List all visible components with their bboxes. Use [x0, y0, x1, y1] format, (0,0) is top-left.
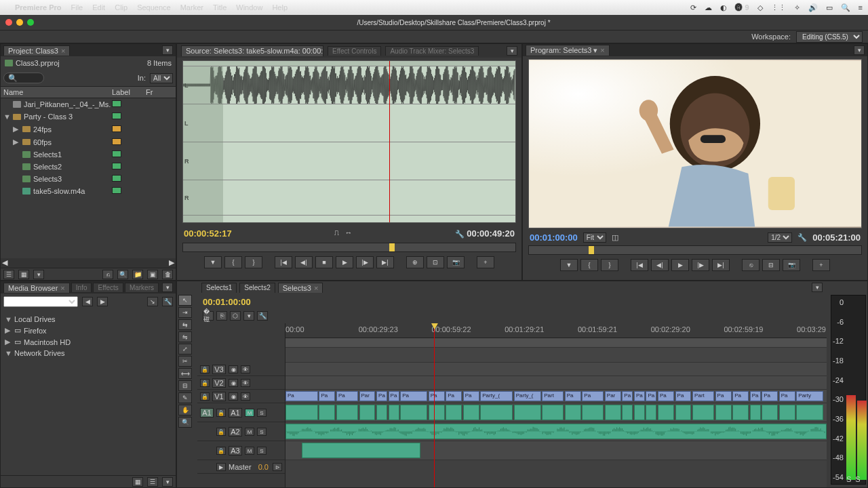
menu-title[interactable]: Title — [213, 3, 226, 12]
timeline-tab-selects3[interactable]: Selects3× — [278, 283, 323, 293]
timeline-tracks[interactable]: 00:0000:00:29:2300:00:59:2200:01:29:2100… — [285, 323, 827, 487]
play-icon[interactable]: ■ — [315, 256, 333, 268]
audio-clip[interactable] — [779, 405, 795, 420]
menu-marker[interactable]: Marker — [180, 3, 203, 12]
track-v3[interactable] — [285, 363, 827, 376]
close-icon[interactable]: × — [60, 284, 64, 292]
go-in-icon[interactable]: |◀ — [275, 256, 292, 268]
audio-clip[interactable] — [480, 405, 513, 420]
notification-badge[interactable]: 🅐 9 — [735, 3, 749, 12]
panel-menu-icon[interactable]: ▾ — [812, 283, 823, 292]
effects-tab[interactable]: Effects — [93, 283, 123, 292]
snap-icon[interactable]: �磁 — [203, 311, 214, 321]
timeline-ruler[interactable]: 00:0000:00:29:2300:00:59:2200:01:29:2100… — [285, 323, 827, 338]
mb-menu-icon[interactable]: ▾ — [162, 477, 173, 487]
track-header-a3[interactable]: 🔒A3MS — [197, 441, 285, 460]
local-drives-node[interactable]: ▼Local Drives — [5, 314, 172, 325]
effect-controls-tab[interactable]: Effect Controls — [328, 46, 381, 56]
video-clip[interactable]: Pa — [429, 391, 445, 401]
fwd-icon[interactable]: ▶ — [97, 297, 108, 306]
lift-icon[interactable]: ⎋ — [742, 259, 760, 271]
new-item-icon[interactable]: ▣ — [147, 270, 158, 279]
video-clip[interactable]: Pa — [389, 391, 399, 401]
step-fwd-icon[interactable]: |▶ — [356, 256, 374, 268]
track-header-a2[interactable]: 🔒A2MS — [197, 422, 285, 441]
video-clip[interactable]: Pa — [376, 391, 387, 401]
wrench-icon[interactable]: 🔧 — [455, 230, 465, 238]
video-clip[interactable]: Part — [692, 391, 714, 401]
audio-clip[interactable] — [446, 405, 462, 420]
label-swatch[interactable] — [112, 150, 121, 157]
audio-clip[interactable] — [715, 405, 732, 420]
menu-window[interactable]: Window — [236, 3, 262, 12]
track-select-tool-icon[interactable]: ⇥ — [178, 307, 192, 318]
program-timecode[interactable]: 00:01:00:00 — [530, 232, 578, 243]
marker-icon[interactable]: ⎍ — [334, 228, 339, 239]
video-clip[interactable]: Pa — [658, 391, 674, 401]
audio-clip[interactable] — [796, 405, 823, 420]
project-item[interactable]: ▼Party - Class 3 — [1, 110, 176, 123]
audio-clip[interactable] — [336, 405, 358, 420]
menu-file[interactable]: File — [71, 3, 83, 12]
solo-r[interactable]: S — [855, 475, 860, 483]
pen-tool-icon[interactable]: ✎ — [178, 392, 192, 403]
play-toggle-icon[interactable]: ▶ — [336, 256, 353, 268]
audio-clip[interactable] — [762, 405, 778, 420]
app-name[interactable]: Premiere Pro — [15, 3, 61, 12]
program-fit-select[interactable]: Fit — [583, 232, 606, 243]
panel-menu-icon[interactable]: ▾ — [507, 46, 517, 56]
battery-icon[interactable]: ▭ — [826, 3, 833, 12]
close-icon[interactable]: × — [600, 46, 604, 54]
list-view-icon[interactable]: ☰ — [3, 270, 14, 279]
audio-clip[interactable] — [463, 405, 479, 420]
selection-tool-icon[interactable]: ↖ — [178, 295, 192, 306]
panel-menu-icon[interactable]: ▾ — [854, 45, 865, 55]
audio-clip[interactable] — [400, 405, 427, 420]
audio-clip[interactable] — [750, 405, 761, 420]
button-editor-icon[interactable]: + — [477, 256, 494, 268]
track-a2[interactable] — [285, 422, 827, 441]
menu-help[interactable]: Help — [272, 3, 288, 12]
video-clip[interactable]: Par — [605, 391, 621, 401]
label-swatch[interactable] — [112, 138, 121, 145]
track-header-v1[interactable]: 🔒V1◉👁 — [197, 390, 285, 403]
col-label[interactable]: Label — [112, 88, 146, 96]
panel-menu-icon[interactable]: ▾ — [162, 283, 173, 292]
project-item[interactable]: Selects3 — [1, 173, 176, 185]
audio-clip[interactable] — [359, 405, 376, 420]
timeline-tab-selects2[interactable]: Selects2 — [239, 283, 275, 293]
video-clip[interactable]: Part — [542, 391, 564, 401]
audio-clip[interactable] — [376, 405, 387, 420]
fx-icon[interactable]: ↔ — [344, 228, 352, 239]
project-item[interactable]: Jari_Pitkanen_-_04_-_Ms. — [1, 98, 176, 110]
user-icon[interactable]: ◐ — [720, 3, 727, 12]
mark-out-icon[interactable]: { — [580, 259, 598, 271]
track-v1[interactable]: PaPaPaParPaPaPaPaPaPaParty_(Party_(PartP… — [285, 390, 827, 403]
video-clip[interactable]: Pa — [400, 391, 427, 401]
video-clip[interactable]: Party — [796, 391, 823, 401]
video-clip[interactable]: Pa — [336, 391, 358, 401]
button-editor-icon[interactable]: + — [812, 259, 830, 271]
label-swatch[interactable] — [112, 113, 121, 119]
go-out-icon[interactable]: ▶| — [712, 259, 730, 271]
audio-clip[interactable] — [319, 405, 335, 420]
wrench-icon[interactable]: 🔧 — [797, 233, 807, 242]
timeline-playhead[interactable] — [434, 323, 435, 487]
video-clip[interactable]: Pa — [715, 391, 732, 401]
audio-clip[interactable] — [622, 405, 633, 420]
audio-clip[interactable] — [692, 405, 714, 420]
track-a3[interactable] — [285, 441, 827, 460]
project-item[interactable]: Selects1 — [1, 148, 176, 161]
menu-clip[interactable]: Clip — [115, 3, 127, 12]
in-filter-select[interactable]: All — [150, 73, 173, 83]
markers-tab[interactable]: Markers — [125, 283, 159, 292]
search-input[interactable] — [3, 73, 44, 83]
thumb-view-icon[interactable]: ▦ — [132, 477, 143, 487]
video-clip[interactable]: Party_( — [480, 391, 513, 401]
audio-clip[interactable] — [646, 405, 656, 420]
track-header-v3[interactable]: 🔒V3◉👁 — [197, 363, 285, 376]
project-list[interactable]: Jari_Pitkanen_-_04_-_Ms.▼Party - Class 3… — [1, 98, 176, 197]
audio-clip[interactable] — [302, 443, 421, 458]
play-icon[interactable]: ▶ — [671, 259, 689, 271]
source-tab[interactable]: Source: Selects3: take5-slow.m4a: 00:00:… — [181, 45, 323, 56]
